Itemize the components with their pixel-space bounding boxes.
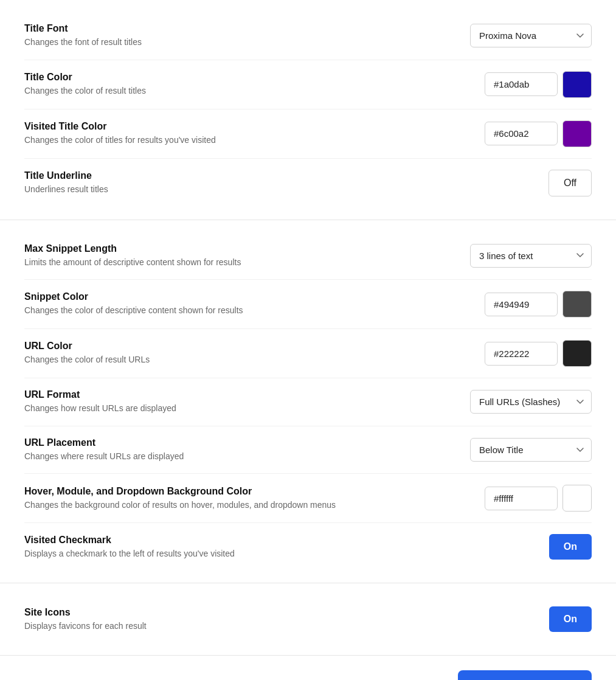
url-color-swatch[interactable]: [562, 340, 592, 367]
url-format-dropdown[interactable]: Full URLs (Slashes) Breadcrumb Style Dom…: [470, 390, 592, 414]
title-color-label: Title Color: [24, 72, 472, 83]
title-font-control: Proxima Nova Arial Georgia Times New Rom…: [470, 24, 592, 47]
url-color-label: URL Color: [24, 341, 472, 352]
snippet-color-info: Snippet Color Changes the color of descr…: [24, 291, 485, 317]
max-snippet-info: Max Snippet Length Limits the amount of …: [24, 243, 470, 269]
title-underline-label: Title Underline: [24, 170, 536, 181]
visited-checkmark-desc: Displays a checkmark to the left of resu…: [24, 548, 537, 560]
visited-checkmark-toggle[interactable]: On: [549, 534, 592, 560]
title-color-desc: Changes the color of result titles: [24, 85, 472, 97]
visited-title-color-swatch[interactable]: [562, 120, 592, 147]
visited-title-color-label: Visited Title Color: [24, 121, 472, 132]
footer-bar: Save and Exit: [0, 656, 616, 680]
title-color-info: Title Color Changes the color of result …: [24, 72, 485, 97]
site-icons-desc: Displays favicons for each result: [24, 620, 537, 633]
url-format-control: Full URLs (Slashes) Breadcrumb Style Dom…: [470, 390, 592, 414]
title-color-swatch[interactable]: [562, 71, 592, 98]
visited-title-color-control: [485, 120, 592, 147]
visited-title-color-desc: Changes the color of titles for results …: [24, 134, 472, 147]
title-underline-control: Off: [549, 170, 592, 196]
title-font-dropdown[interactable]: Proxima Nova Arial Georgia Times New Rom…: [470, 24, 592, 47]
site-icons-label: Site Icons: [24, 607, 537, 618]
url-color-desc: Changes the color of result URLs: [24, 354, 472, 366]
hover-bg-color-desc: Changes the background color of results …: [24, 499, 472, 512]
url-placement-row: URL Placement Changes where result URLs …: [24, 426, 592, 474]
title-font-label: Title Font: [24, 23, 458, 34]
max-snippet-control: 1 line of text 2 lines of text 3 lines o…: [470, 244, 592, 268]
site-icons-control: On: [549, 606, 592, 632]
visited-checkmark-label: Visited Checkmark: [24, 535, 537, 546]
snippet-color-desc: Changes the color of descriptive content…: [24, 305, 472, 317]
max-snippet-dropdown[interactable]: 1 line of text 2 lines of text 3 lines o…: [470, 244, 592, 268]
title-font-desc: Changes the font of result titles: [24, 36, 458, 49]
site-icons-info: Site Icons Displays favicons for each re…: [24, 607, 549, 633]
url-placement-desc: Changes where result URLs are displayed: [24, 451, 458, 463]
snippet-color-hex-input[interactable]: [485, 293, 558, 316]
url-color-hex-input[interactable]: [485, 342, 558, 366]
save-exit-button[interactable]: Save and Exit: [458, 670, 592, 680]
url-color-control: [485, 340, 592, 367]
visited-checkmark-row: Visited Checkmark Displays a checkmark t…: [24, 523, 592, 571]
visited-title-color-hex-input[interactable]: [485, 122, 558, 145]
hover-bg-color-hex-input[interactable]: [485, 487, 558, 510]
snippet-color-row: Snippet Color Changes the color of descr…: [24, 280, 592, 329]
url-format-info: URL Format Changes how result URLs are d…: [24, 389, 470, 415]
max-snippet-row: Max Snippet Length Limits the amount of …: [24, 232, 592, 280]
title-underline-desc: Underlines result titles: [24, 184, 536, 196]
url-format-row: URL Format Changes how result URLs are d…: [24, 378, 592, 426]
url-placement-dropdown[interactable]: Below Title Above Title Hidden: [470, 438, 592, 462]
title-font-row: Title Font Changes the font of result ti…: [24, 12, 592, 60]
snippet-color-swatch[interactable]: [562, 291, 592, 317]
visited-checkmark-control: On: [549, 534, 592, 560]
title-font-info: Title Font Changes the font of result ti…: [24, 23, 470, 49]
visited-title-color-info: Visited Title Color Changes the color of…: [24, 121, 485, 147]
hover-bg-color-info: Hover, Module, and Dropdown Background C…: [24, 486, 485, 512]
url-color-row: URL Color Changes the color of result UR…: [24, 329, 592, 378]
snippet-color-label: Snippet Color: [24, 291, 472, 302]
snippet-color-control: [485, 291, 592, 317]
url-placement-label: URL Placement: [24, 437, 458, 448]
title-underline-toggle[interactable]: Off: [549, 170, 592, 196]
url-format-label: URL Format: [24, 389, 458, 400]
visited-checkmark-info: Visited Checkmark Displays a checkmark t…: [24, 535, 549, 560]
hover-bg-color-swatch[interactable]: [562, 485, 592, 512]
title-color-row: Title Color Changes the color of result …: [24, 60, 592, 109]
url-format-desc: Changes how result URLs are displayed: [24, 403, 458, 415]
url-placement-control: Below Title Above Title Hidden: [470, 438, 592, 462]
max-snippet-label: Max Snippet Length: [24, 243, 458, 254]
visited-title-color-row: Visited Title Color Changes the color of…: [24, 109, 592, 159]
url-placement-info: URL Placement Changes where result URLs …: [24, 437, 470, 463]
title-underline-info: Title Underline Underlines result titles: [24, 170, 549, 196]
max-snippet-desc: Limits the amount of descriptive content…: [24, 257, 458, 269]
title-color-hex-input[interactable]: [485, 72, 558, 96]
hover-bg-color-control: [485, 485, 592, 512]
title-underline-row: Title Underline Underlines result titles…: [24, 159, 592, 207]
site-icons-row: Site Icons Displays favicons for each re…: [24, 595, 592, 643]
hover-bg-color-label: Hover, Module, and Dropdown Background C…: [24, 486, 472, 497]
site-icons-toggle[interactable]: On: [549, 606, 592, 632]
title-color-control: [485, 71, 592, 98]
url-color-info: URL Color Changes the color of result UR…: [24, 341, 485, 366]
hover-bg-color-row: Hover, Module, and Dropdown Background C…: [24, 474, 592, 523]
